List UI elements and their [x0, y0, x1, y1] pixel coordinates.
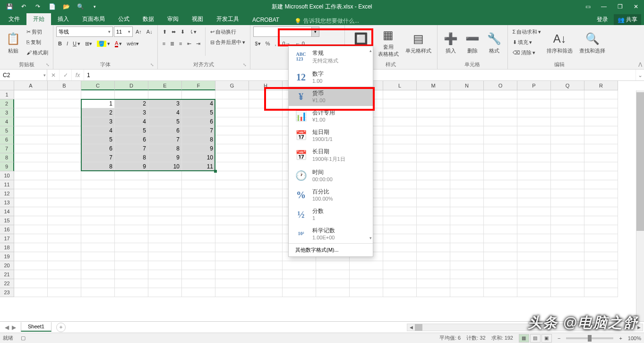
cell[interactable] [81, 90, 115, 99]
cell[interactable] [14, 225, 48, 234]
cell[interactable] [584, 234, 618, 243]
number-format-item-百分比[interactable]: %百分比100.00% [289, 185, 373, 204]
cell[interactable] [81, 270, 115, 279]
cell[interactable] [584, 117, 618, 126]
bold-button[interactable]: B [56, 38, 64, 49]
cell[interactable] [316, 288, 350, 297]
cell[interactable] [484, 198, 517, 207]
copy-button[interactable]: ⎘复制 [25, 37, 50, 47]
cell[interactable] [81, 279, 115, 288]
cell[interactable] [14, 279, 48, 288]
cell[interactable] [249, 126, 283, 135]
scroll-right-icon[interactable]: ▶ [635, 325, 643, 330]
column-header[interactable]: N [450, 81, 484, 90]
orientation-icon[interactable]: ⤹▾ [188, 26, 198, 37]
cell[interactable] [484, 171, 517, 180]
cell[interactable] [249, 108, 283, 117]
cell[interactable] [115, 252, 148, 261]
cell[interactable] [48, 243, 81, 252]
cell[interactable] [148, 243, 182, 252]
font-color-button[interactable]: A▾ [113, 38, 124, 49]
cell[interactable] [484, 126, 517, 135]
cell[interactable]: 7 [115, 144, 148, 153]
cell[interactable] [316, 279, 350, 288]
cell[interactable] [484, 99, 517, 108]
cell[interactable] [551, 207, 584, 216]
cell[interactable] [551, 126, 584, 135]
cell[interactable] [182, 270, 215, 279]
cell[interactable] [551, 261, 584, 270]
cell[interactable] [48, 90, 81, 99]
align-bottom-icon[interactable]: ⬇ [179, 26, 187, 37]
cell[interactable] [450, 171, 484, 180]
cell[interactable] [383, 261, 417, 270]
cell[interactable] [484, 108, 517, 117]
cell[interactable] [450, 225, 484, 234]
cell[interactable] [584, 198, 618, 207]
cell[interactable] [417, 99, 450, 108]
cell[interactable] [48, 234, 81, 243]
row-header[interactable]: 17 [0, 234, 14, 243]
cell[interactable] [14, 198, 48, 207]
cell[interactable] [48, 153, 81, 162]
cell[interactable] [584, 270, 618, 279]
table-format-button[interactable]: ▦套用 表格格式 [375, 26, 402, 59]
cell[interactable] [584, 207, 618, 216]
cell[interactable]: 8 [182, 135, 215, 144]
cell[interactable]: 8 [81, 162, 115, 171]
cell[interactable] [584, 261, 618, 270]
cell[interactable]: 3 [115, 108, 148, 117]
cell[interactable] [249, 243, 283, 252]
zoom-in-icon[interactable]: + [619, 335, 622, 341]
cell[interactable]: 5 [115, 126, 148, 135]
save-icon[interactable]: 💾 [3, 1, 16, 12]
cell[interactable] [517, 99, 551, 108]
scroll-left-icon[interactable]: ◀ [407, 325, 415, 330]
cell[interactable] [551, 234, 584, 243]
cell[interactable] [517, 279, 551, 288]
cell[interactable] [584, 243, 618, 252]
cell[interactable] [14, 135, 48, 144]
cell[interactable] [48, 144, 81, 153]
cell[interactable] [249, 135, 283, 144]
cell[interactable] [383, 108, 417, 117]
cell[interactable] [584, 288, 618, 297]
print-preview-icon[interactable]: 🔍 [74, 1, 87, 12]
macro-record-icon[interactable]: ▢ [21, 335, 26, 341]
cell[interactable] [14, 243, 48, 252]
cell[interactable] [551, 279, 584, 288]
cell[interactable] [551, 108, 584, 117]
cell[interactable] [584, 216, 618, 225]
cell[interactable] [115, 90, 148, 99]
zoom-level[interactable]: 100% [628, 335, 641, 341]
cell[interactable] [551, 252, 584, 261]
cell[interactable] [215, 99, 249, 108]
cell[interactable] [551, 90, 584, 99]
cell[interactable] [215, 198, 249, 207]
cell[interactable] [215, 180, 249, 189]
cell[interactable] [417, 135, 450, 144]
cell[interactable] [517, 108, 551, 117]
cell[interactable] [517, 162, 551, 171]
insert-cells-button[interactable]: ➕插入 [440, 26, 461, 59]
row-header[interactable]: 11 [0, 180, 14, 189]
zoom-slider[interactable] [566, 337, 613, 339]
clear-button[interactable]: ⌫清除▾ [511, 47, 543, 58]
cell[interactable]: 5 [182, 108, 215, 117]
cell[interactable] [249, 171, 283, 180]
cell[interactable] [215, 270, 249, 279]
normal-view-icon[interactable]: ▦ [519, 334, 529, 343]
cell[interactable] [81, 189, 115, 198]
cell[interactable]: 9 [148, 153, 182, 162]
cell[interactable] [517, 288, 551, 297]
cell[interactable] [215, 153, 249, 162]
cell[interactable] [551, 117, 584, 126]
row-header[interactable]: 5 [0, 126, 14, 135]
cell[interactable]: 10 [148, 162, 182, 171]
cell[interactable] [383, 252, 417, 261]
cell[interactable] [350, 261, 383, 270]
cell[interactable] [517, 189, 551, 198]
scroll-thumb[interactable] [636, 92, 644, 231]
italic-button[interactable]: I [65, 38, 70, 49]
cell[interactable] [249, 270, 283, 279]
